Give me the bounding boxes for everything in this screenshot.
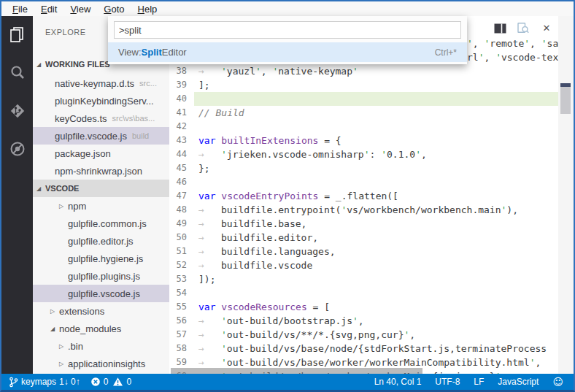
line-number: 58 bbox=[169, 342, 194, 356]
working-file-item[interactable]: keyCodes.tssrc\vs\bas... bbox=[33, 109, 169, 127]
tree-item[interactable]: gulpfile.common.js bbox=[33, 215, 169, 232]
working-file-item[interactable]: package.json bbox=[33, 145, 169, 162]
code-line[interactable]: 51→buildfile.languages, bbox=[169, 245, 558, 258]
code-line[interactable]: 57→'out-build/vs/**/*.{svg,png,cur}', bbox=[169, 328, 558, 342]
tree-item[interactable]: ◢node_modules bbox=[33, 320, 169, 337]
code-text: →buildfile.entrypoint('vs/workbench/work… bbox=[194, 203, 558, 217]
sidebar-title: EXPLORE bbox=[45, 28, 85, 36]
menu-item-help[interactable]: Help bbox=[131, 4, 164, 15]
file-name: package.json bbox=[55, 148, 111, 159]
code-line[interactable]: 43var builtInExtensions = { bbox=[169, 134, 558, 147]
debug-disabled-icon[interactable] bbox=[1, 130, 33, 168]
code-line[interactable]: 46 bbox=[169, 175, 558, 189]
code-text: var vscodeEntryPoints = _.flatten([ bbox=[194, 189, 558, 203]
code-line[interactable]: 42 bbox=[169, 120, 558, 134]
working-file-item[interactable]: pluginKeybindingServ... bbox=[33, 92, 169, 109]
code-line[interactable]: 44→'jrieken.vscode-omnisharp': '0.1.0', bbox=[169, 147, 558, 161]
menu-item-view[interactable]: View bbox=[63, 4, 97, 15]
warning-icon bbox=[112, 377, 123, 387]
code-text: // Build bbox=[194, 106, 558, 120]
tree-item[interactable]: ▷applicationinsights bbox=[33, 355, 169, 372]
folder-section-header[interactable]: ◢ VSCODE bbox=[33, 180, 169, 197]
tree-item[interactable]: gulpfile.editor.js bbox=[33, 232, 169, 250]
split-editor-icon[interactable] bbox=[493, 23, 506, 34]
menu-item-file[interactable]: File bbox=[6, 4, 34, 15]
explorer-icon[interactable] bbox=[1, 16, 33, 54]
code-text: →'yauzl', 'native-keymap' bbox=[194, 64, 558, 78]
warning-count[interactable]: 0 bbox=[112, 377, 131, 387]
tree-item[interactable]: gulpfile.vscode.js bbox=[33, 285, 169, 302]
code-line[interactable]: 55var vscodeResources = [ bbox=[169, 300, 558, 314]
code-line[interactable]: 54 bbox=[169, 286, 558, 300]
git-branch-status[interactable]: keymaps 1↓ 0↑ bbox=[9, 377, 80, 388]
editor-pane[interactable]: ✕ ', 'remote', 'sax',rl', 'vscode-textm3… bbox=[169, 16, 574, 374]
menu-item-edit[interactable]: Edit bbox=[34, 4, 63, 15]
menu-bar: FileEditViewGotoHelp bbox=[1, 1, 574, 16]
tree-item[interactable]: ▷npm bbox=[33, 197, 169, 215]
code-line[interactable]: 58→'out-build/vs/base/node/{stdForkStart… bbox=[169, 342, 558, 356]
code-text: ]; bbox=[194, 78, 558, 92]
line-number: 52 bbox=[169, 258, 194, 272]
file-path-hint: src... bbox=[139, 79, 157, 88]
git-icon[interactable] bbox=[1, 92, 33, 130]
scrollbar-thumb[interactable] bbox=[560, 83, 571, 114]
code-line[interactable]: 52→buildfile.vscode bbox=[169, 258, 558, 272]
code-line[interactable]: 38→'yauzl', 'native-keymap' bbox=[169, 64, 558, 78]
horizontal-scrollbar[interactable] bbox=[171, 368, 422, 374]
feedback-smiley-icon[interactable]: ☺ bbox=[552, 377, 563, 387]
code-text bbox=[194, 175, 558, 189]
explorer-sidebar: EXPLORE ◢ WORKING FILES native-keymap.d.… bbox=[33, 16, 169, 374]
code-line[interactable]: 50→buildfile.editor, bbox=[169, 231, 558, 245]
twistie-collapsed-icon: ▷ bbox=[59, 203, 68, 210]
tree-item[interactable]: ▷.bin bbox=[33, 337, 169, 355]
tree-item[interactable]: gulpfile.hygiene.js bbox=[33, 250, 169, 267]
code-line[interactable]: 56→'out-build/bootstrap.js', bbox=[169, 314, 558, 328]
line-number: 55 bbox=[169, 300, 194, 314]
suggestion-suffix: Editor bbox=[162, 47, 187, 58]
tree-item[interactable]: gulpfile.plugins.js bbox=[33, 267, 169, 285]
working-files-list: native-keymap.d.tssrc...pluginKeybinding… bbox=[33, 74, 169, 180]
code-line[interactable]: 49→buildfile.base, bbox=[169, 217, 558, 231]
tree-item[interactable]: ▷extensions bbox=[33, 302, 169, 320]
file-name: gulpfile.vscode.js bbox=[55, 131, 127, 142]
code-text: →'out-build/vs/base/node/{stdForkStart.j… bbox=[194, 342, 558, 356]
language-mode[interactable]: JavaScript bbox=[498, 377, 539, 387]
code-area[interactable]: ', 'remote', 'sax',rl', 'vscode-textm38→… bbox=[169, 36, 558, 374]
command-input[interactable] bbox=[114, 21, 461, 39]
file-name: keyCodes.ts bbox=[55, 113, 107, 124]
sync-counts: 1↓ 0↑ bbox=[59, 377, 80, 387]
code-text bbox=[194, 120, 558, 134]
search-icon[interactable] bbox=[1, 54, 33, 92]
code-line[interactable]: 45}; bbox=[169, 161, 558, 175]
working-file-item[interactable]: npm-shrinkwrap.json bbox=[33, 162, 169, 180]
code-line[interactable]: 40 bbox=[169, 92, 558, 106]
code-line[interactable]: 39]; bbox=[169, 78, 558, 92]
code-line[interactable]: 41// Build bbox=[169, 106, 558, 120]
cursor-position[interactable]: Ln 40, Col 1 bbox=[374, 377, 422, 387]
twistie-collapsed-icon: ▷ bbox=[59, 343, 68, 350]
tree-item-label: gulpfile.hygiene.js bbox=[68, 253, 143, 264]
eol-indicator[interactable]: LF bbox=[474, 377, 484, 387]
file-path-hint: build bbox=[132, 131, 149, 140]
working-file-item[interactable]: native-keymap.d.tssrc... bbox=[33, 74, 169, 92]
code-line[interactable]: 53]); bbox=[169, 272, 558, 286]
code-line[interactable]: 47var vscodeEntryPoints = _.flatten([ bbox=[169, 189, 558, 203]
error-count[interactable]: 0 bbox=[90, 377, 109, 387]
line-number: 49 bbox=[169, 217, 194, 231]
menu-item-goto[interactable]: Goto bbox=[97, 4, 131, 15]
vertical-scrollbar[interactable] bbox=[558, 16, 574, 374]
line-number: 57 bbox=[169, 328, 194, 342]
close-icon[interactable]: ✕ bbox=[540, 23, 553, 34]
code-text: }; bbox=[194, 161, 558, 175]
line-number: 38 bbox=[169, 64, 194, 78]
line-number: 51 bbox=[169, 245, 194, 258]
command-palette: View: Split Editor Ctrl+* bbox=[108, 16, 467, 64]
working-file-item[interactable]: gulpfile.vscode.jsbuild bbox=[33, 127, 169, 145]
code-text: →buildfile.base, bbox=[194, 217, 558, 231]
code-line[interactable]: 48→buildfile.entrypoint('vs/workbench/wo… bbox=[169, 203, 558, 217]
branch-icon bbox=[9, 377, 18, 388]
line-number: 53 bbox=[169, 272, 194, 286]
encoding[interactable]: UTF-8 bbox=[435, 377, 460, 387]
preview-icon[interactable] bbox=[517, 23, 530, 34]
command-suggestion-row[interactable]: View: Split Editor Ctrl+* bbox=[108, 42, 467, 62]
